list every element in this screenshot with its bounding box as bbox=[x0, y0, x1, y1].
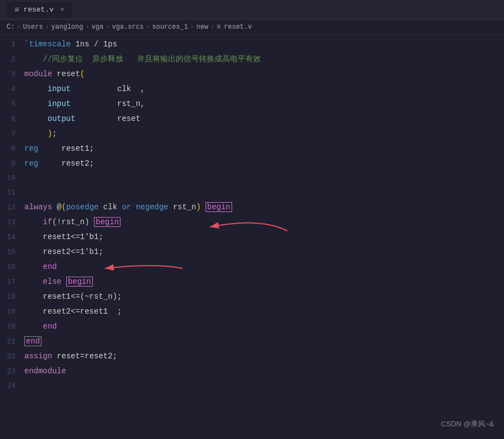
file-tab[interactable]: ≡ reset.v × bbox=[7, 2, 72, 18]
line-20: 20 end bbox=[0, 319, 504, 334]
line-19: 19 reset2<=reset1 ; bbox=[0, 304, 504, 319]
tab-close-button[interactable]: × bbox=[60, 6, 64, 14]
line-12: 12 always @(posedge clk or negedge rst_n… bbox=[0, 200, 504, 215]
line-24: 24 bbox=[0, 379, 504, 393]
title-bar: ≡ reset.v × bbox=[0, 0, 504, 20]
line-22: 22 assign reset=reset2; bbox=[0, 349, 504, 364]
line-18: 18 reset1<=(~rst_n); bbox=[0, 289, 504, 304]
breadcrumb: C: › Users › yanglong › vga › vga.srcs ›… bbox=[0, 20, 504, 35]
line-4: 4 input clk , bbox=[0, 82, 504, 97]
line-5: 5 input rst_n, bbox=[0, 97, 504, 112]
line-21: 21 end bbox=[0, 334, 504, 349]
line-2: 2 //同步复位 异步释放 并且将输出的信号转换成高电平有效 bbox=[0, 52, 504, 67]
line-17: 17 else begin bbox=[0, 274, 504, 289]
line-10: 10 bbox=[0, 171, 504, 186]
line-3: 3 module reset( bbox=[0, 67, 504, 82]
line-23: 23 endmodule bbox=[0, 364, 504, 379]
file-tab-name: reset.v bbox=[23, 6, 54, 14]
line-15: 15 reset2<=1'b1; bbox=[0, 245, 504, 260]
line-14: 14 reset1<=1'b1; bbox=[0, 230, 504, 245]
watermark: CSDN @乘风~& bbox=[441, 419, 494, 429]
file-tab-icon: ≡ bbox=[14, 6, 19, 14]
line-6: 6 output reset bbox=[0, 112, 504, 126]
line-9: 9 reg reset2; bbox=[0, 156, 504, 171]
line-8: 8 reg reset1; bbox=[0, 141, 504, 156]
line-1: 1 `timescale 1ns / 1ps bbox=[0, 37, 504, 52]
code-editor: 1 `timescale 1ns / 1ps 2 //同步复位 异步释放 并且将… bbox=[0, 35, 504, 395]
line-11: 11 bbox=[0, 186, 504, 200]
line-13: 13 if(!rst_n) begin bbox=[0, 215, 504, 230]
line-7: 7 ); bbox=[0, 126, 504, 141]
line-16: 16 end bbox=[0, 260, 504, 274]
